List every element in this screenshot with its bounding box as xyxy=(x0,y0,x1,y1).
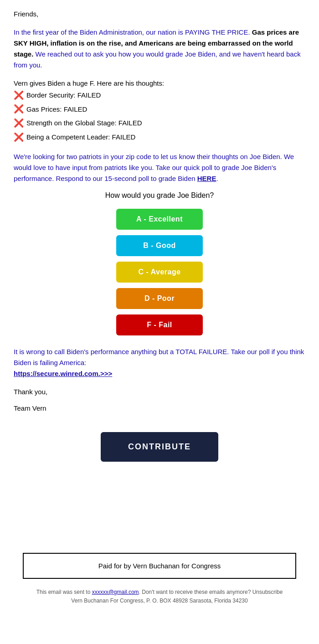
contribute-wrapper: CONTRIBUTE xyxy=(14,432,305,462)
grade-section: Vern gives Biden a huge F. Here are his … xyxy=(14,78,305,144)
grade-item-2: ❌ Gas Prices: FAILED xyxy=(14,103,305,116)
intro-paragraph: In the first year of the Biden Administr… xyxy=(14,27,305,71)
paid-for-text: Paid for by Vern Buchanan for Congress xyxy=(98,562,221,570)
poll-buttons-container: A - Excellent B - Good C - Average D - P… xyxy=(14,209,305,335)
grade-item-1: ❌ Border Security: FAILED xyxy=(14,89,305,102)
signature-text: Team Vern xyxy=(14,403,305,414)
cta-section: It is wrong to call Biden's performance … xyxy=(14,346,305,379)
grade-item-3: ❌ Strength on the Global Stage: FAILED xyxy=(14,117,305,130)
cta-text: It is wrong to call Biden's performance … xyxy=(14,348,304,366)
grade-item-2-text: Gas Prices: FAILED xyxy=(26,104,87,115)
poll-section: We're looking for two patriots in your z… xyxy=(14,151,305,184)
footer-text: This email was sent to xxxxxx@gmail.com.… xyxy=(14,583,305,614)
email-container: Friends, In the first year of the Biden … xyxy=(0,0,319,614)
grade-btn-a[interactable]: A - Excellent xyxy=(116,209,203,230)
grade-item-1-text: Border Security: FAILED xyxy=(26,90,101,101)
grade-title: Vern gives Biden a huge F. Here are his … xyxy=(14,78,305,89)
footer-email-link[interactable]: xxxxxx@gmail.com xyxy=(92,589,139,595)
contribute-button[interactable]: CONTRIBUTE xyxy=(101,432,218,462)
grade-item-4: ❌ Being a Competent Leader: FAILED xyxy=(14,131,305,144)
grade-item-4-text: Being a Competent Leader: FAILED xyxy=(26,132,135,143)
intro-text-part1: In the first year of the Biden Administr… xyxy=(14,28,250,36)
x-icon-4: ❌ xyxy=(14,131,24,144)
greeting-text: Friends, xyxy=(14,9,305,20)
intro-text-part2: We reached out to ask you how you would … xyxy=(14,50,301,69)
x-icon-1: ❌ xyxy=(14,89,24,102)
footer-main: This email was sent to xxxxxx@gmail.com.… xyxy=(36,589,283,604)
grade-btn-d[interactable]: D - Poor xyxy=(116,288,203,309)
paid-for-box: Paid for by Vern Buchanan for Congress xyxy=(23,553,296,579)
thank-you-text: Thank you, xyxy=(14,386,305,397)
cta-link[interactable]: https://secure.winred.com.>>> xyxy=(14,370,112,377)
x-icon-2: ❌ xyxy=(14,103,24,116)
here-link[interactable]: HERE xyxy=(197,175,216,182)
grade-item-3-text: Strength on the Global Stage: FAILED xyxy=(26,118,142,129)
grade-btn-b[interactable]: B - Good xyxy=(116,235,203,256)
x-icon-3: ❌ xyxy=(14,117,24,130)
poll-text: We're looking for two patriots in your z… xyxy=(14,153,294,182)
grade-btn-c[interactable]: C - Average xyxy=(116,262,203,283)
poll-question: How would you grade Joe Biden? xyxy=(14,191,305,200)
grade-btn-f[interactable]: F - Fail xyxy=(116,314,203,335)
